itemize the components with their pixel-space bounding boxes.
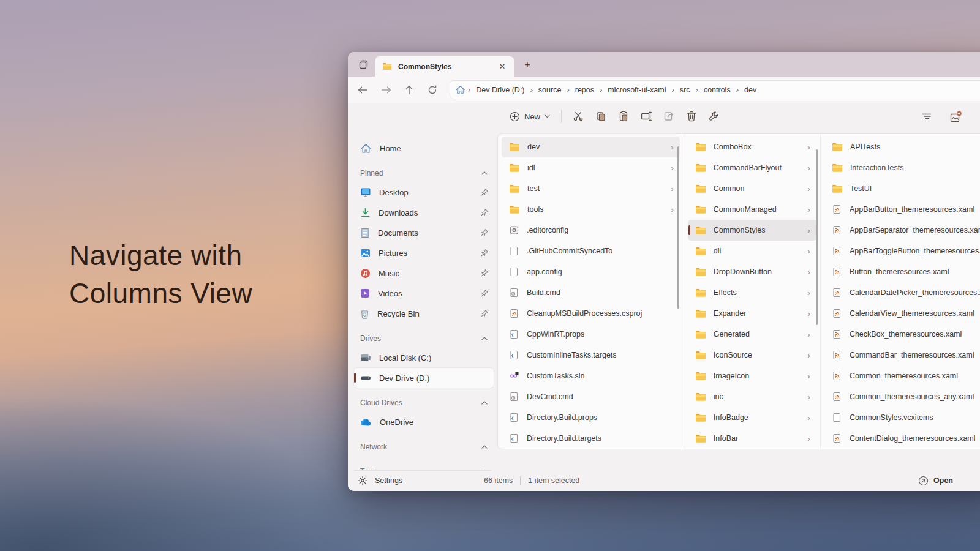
sidebar-item-local-disk-c-[interactable]: Local Disk (C:) bbox=[354, 348, 494, 367]
file-row[interactable]: CppWinRT.props bbox=[502, 324, 680, 345]
file-row[interactable]: CommandBarFlyout› bbox=[688, 157, 816, 178]
file-row[interactable]: CheckBox_themeresources.xaml bbox=[824, 324, 980, 345]
file-row[interactable]: Common_themeresources_any.xaml bbox=[824, 386, 980, 407]
breadcrumb-item[interactable]: source bbox=[534, 84, 566, 96]
sidebar-item-dev-drive-d-[interactable]: Dev Drive (D:) bbox=[354, 368, 494, 388]
file-row[interactable]: Effects› bbox=[688, 282, 816, 303]
file-row[interactable]: Directory.Build.props bbox=[502, 407, 680, 428]
file-row[interactable]: CommonStyles.vcxitems bbox=[824, 407, 980, 428]
xaml-icon bbox=[832, 288, 842, 298]
file-row[interactable]: ImageIcon› bbox=[688, 365, 816, 386]
file-row[interactable]: Build.cmd bbox=[502, 282, 680, 303]
breadcrumb-item[interactable]: src bbox=[676, 84, 695, 96]
file-row[interactable]: DevCmd.cmd bbox=[502, 386, 680, 407]
file-row[interactable]: CustomInlineTasks.targets bbox=[502, 345, 680, 365]
sidebar-item-desktop[interactable]: Desktop bbox=[354, 182, 494, 202]
view-options-button[interactable] bbox=[946, 107, 967, 126]
paste-button[interactable] bbox=[613, 107, 634, 126]
share-button[interactable] bbox=[658, 107, 679, 126]
file-row[interactable]: AppBarSeparator_themeresources.xaml bbox=[824, 220, 980, 241]
file-row[interactable]: CommonManaged› bbox=[688, 199, 816, 220]
file-row[interactable]: Button_themeresources.xaml bbox=[824, 261, 980, 282]
sidebar-section-header[interactable]: Tags bbox=[354, 462, 494, 470]
xaml-icon bbox=[832, 371, 842, 381]
file-row[interactable]: CleanupMSBuildProcesses.csproj bbox=[502, 303, 680, 324]
sidebar-item-pictures[interactable]: Pictures bbox=[354, 243, 494, 263]
file-row[interactable]: environment.props bbox=[502, 449, 680, 449]
file-row[interactable]: CustomTasks.sln bbox=[502, 365, 680, 386]
file-row[interactable]: InfoBadge› bbox=[688, 407, 816, 428]
delete-button[interactable] bbox=[681, 107, 702, 126]
file-row[interactable]: Generated› bbox=[688, 324, 816, 345]
new-button[interactable]: New bbox=[503, 108, 556, 126]
file-row[interactable]: test› bbox=[502, 178, 680, 199]
file-row[interactable]: Common_themeresources.xaml bbox=[824, 365, 980, 386]
sidebar-item-home[interactable]: Home bbox=[354, 138, 494, 158]
file-row[interactable]: dll› bbox=[688, 241, 816, 261]
file-row[interactable]: APITests bbox=[824, 137, 980, 157]
file-row[interactable]: idl› bbox=[502, 157, 680, 178]
file-row[interactable]: IconSource› bbox=[688, 345, 816, 365]
breadcrumb-item[interactable]: dev bbox=[740, 84, 761, 96]
file-row[interactable]: app.config bbox=[502, 261, 680, 282]
settings-button[interactable]: Settings bbox=[358, 476, 402, 485]
tab-close-icon[interactable]: ✕ bbox=[496, 61, 508, 73]
file-row[interactable]: CommonStyles› bbox=[688, 220, 816, 241]
cut-icon bbox=[573, 111, 584, 122]
file-row[interactable]: Common› bbox=[688, 178, 816, 199]
file-row[interactable]: TestUI bbox=[824, 178, 980, 199]
up-button[interactable] bbox=[399, 80, 419, 100]
file-row[interactable]: CalendarView_themeresources.xaml bbox=[824, 303, 980, 324]
sidebar-section-header[interactable]: Network bbox=[354, 438, 494, 456]
sidebar-item-recycle-bin[interactable]: Recycle Bin bbox=[354, 304, 494, 323]
tab-commonstyles[interactable]: CommonStyles ✕ bbox=[375, 56, 514, 77]
file-row[interactable]: CornerRadius_themeresources.xaml bbox=[824, 449, 980, 449]
file-row[interactable]: InkCanvas› bbox=[688, 449, 816, 449]
file-row[interactable]: ComboBox› bbox=[688, 137, 816, 157]
breadcrumb-item[interactable]: microsoft-ui-xaml bbox=[603, 84, 670, 96]
settings-label: Settings bbox=[375, 476, 402, 485]
sidebar-section-header[interactable]: Drives bbox=[354, 329, 494, 348]
column-scrollbar[interactable] bbox=[677, 146, 679, 309]
forward-button[interactable] bbox=[376, 80, 396, 100]
file-row[interactable]: .editorconfig bbox=[502, 220, 680, 241]
cut-button[interactable] bbox=[568, 107, 589, 126]
copy-button[interactable] bbox=[590, 107, 611, 126]
file-row[interactable]: CommandBar_themeresources.xaml bbox=[824, 345, 980, 365]
tab-list-button[interactable] bbox=[354, 55, 372, 73]
sidebar-item-music[interactable]: Music bbox=[354, 263, 494, 283]
breadcrumb-item[interactable]: controls bbox=[699, 84, 735, 96]
sidebar-item-documents[interactable]: Documents bbox=[354, 223, 494, 242]
sidebar-item-onedrive[interactable]: OneDrive bbox=[354, 412, 494, 432]
sidebar-item-videos[interactable]: Videos bbox=[354, 283, 494, 303]
sidebar-section-header[interactable]: Pinned bbox=[354, 164, 494, 182]
file-row[interactable]: InteractionTests bbox=[824, 157, 980, 178]
file-row[interactable]: AppBarButton_themeresources.xaml bbox=[824, 199, 980, 220]
file-row[interactable]: ContentDialog_themeresources.xaml bbox=[824, 428, 980, 449]
file-row[interactable]: DropDownButton› bbox=[688, 261, 816, 282]
file-row[interactable]: InfoBar› bbox=[688, 428, 816, 449]
csproj-icon bbox=[509, 309, 519, 318]
sidebar-section-header[interactable]: Cloud Drives bbox=[354, 394, 494, 412]
back-button[interactable] bbox=[353, 80, 372, 100]
file-row[interactable]: AppBarToggleButton_themeresources.xaml bbox=[824, 241, 980, 261]
file-row[interactable]: Expander› bbox=[688, 303, 816, 324]
sidebar-item-downloads[interactable]: Downloads bbox=[354, 203, 494, 222]
refresh-button[interactable] bbox=[423, 80, 442, 100]
up-icon bbox=[405, 85, 413, 95]
new-tab-button[interactable]: + bbox=[519, 57, 535, 73]
rename-button[interactable] bbox=[636, 107, 657, 126]
breadcrumb-item[interactable]: Dev Drive (D:) bbox=[472, 84, 529, 96]
file-row[interactable]: .GitHubCommitSyncedTo bbox=[502, 241, 680, 261]
file-row[interactable]: tools› bbox=[502, 199, 680, 220]
file-row[interactable]: CalendarDatePicker_themeresources.xaml bbox=[824, 282, 980, 303]
file-row[interactable]: inc› bbox=[688, 386, 816, 407]
home-icon[interactable] bbox=[455, 85, 466, 94]
open-button[interactable]: Open bbox=[918, 476, 953, 486]
breadcrumb-item[interactable]: repos bbox=[571, 84, 598, 96]
properties-button[interactable] bbox=[704, 107, 725, 126]
column-scrollbar[interactable] bbox=[816, 149, 818, 325]
sort-button[interactable] bbox=[916, 107, 937, 126]
file-row[interactable]: Directory.Build.targets bbox=[502, 428, 680, 449]
file-row[interactable]: dev› bbox=[502, 137, 680, 157]
